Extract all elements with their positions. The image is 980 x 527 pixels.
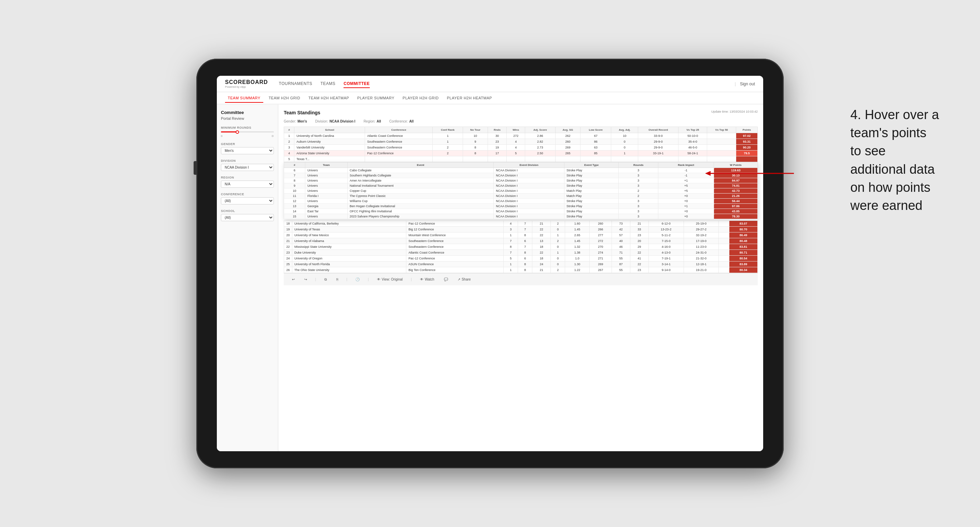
copy-button[interactable]: ⧉: [322, 276, 329, 283]
tt-div-3: NCAA Division I: [494, 178, 565, 183]
toolbar-sep-3: |: [368, 278, 369, 281]
sub-nav-team-h2h-heatmap[interactable]: TEAM H2H HEATMAP: [305, 94, 352, 102]
points-26[interactable]: 80.34: [729, 267, 757, 273]
low-26: 55: [612, 267, 630, 273]
points-18[interactable]: 83.07: [729, 221, 757, 227]
tt-rnds-1: 3: [619, 168, 658, 173]
tt-num-3: 8: [284, 178, 305, 183]
nav-teams[interactable]: TEAMS: [321, 80, 336, 88]
overall-23: 4-13-0: [648, 250, 684, 256]
notour-23: 8: [518, 250, 532, 256]
vs25-25: 12-18-1: [684, 262, 719, 267]
points-21[interactable]: 80.48: [729, 238, 757, 244]
school-5: Texas T...: [294, 156, 365, 162]
avgadj-26: 23: [630, 267, 648, 273]
tt-impact-6: +0: [658, 194, 714, 198]
view-original-button[interactable]: 👁 View: Original: [374, 276, 406, 283]
comment-button[interactable]: 💬: [441, 276, 451, 283]
sidebar-label-division: Division: [221, 159, 274, 162]
redo-button[interactable]: ↪: [302, 276, 310, 283]
tt-type-1: Stroke Play: [564, 168, 618, 173]
vs50-25: [719, 262, 729, 267]
sub-nav-player-summary[interactable]: PLAYER SUMMARY: [355, 94, 397, 102]
filter-division-value: NCAA Division I: [329, 119, 355, 123]
table-row-highlighted: 4 Arizona State University Pac-12 Confer…: [284, 151, 758, 156]
adj-26: 1.22: [565, 267, 589, 273]
watch-icon: 👁: [420, 278, 423, 281]
tt-event-10: 2023 Salvare Players Championship: [347, 214, 493, 219]
avgsg-25: 269: [589, 262, 612, 267]
avgsg-24: 271: [589, 256, 612, 262]
tt-rnds-7: 3: [619, 198, 658, 204]
points-1[interactable]: 97.02: [736, 133, 757, 139]
points-3[interactable]: 90.20: [736, 145, 757, 151]
sidebar-slider-rounds[interactable]: [221, 132, 274, 132]
sub-nav-team-h2h-grid[interactable]: TEAM H2H GRID: [266, 94, 303, 102]
rnds-2: 23: [488, 139, 507, 145]
low-1: 67: [581, 133, 611, 139]
undo-button[interactable]: ↩: [289, 276, 298, 283]
tt-type-9: Stroke Play: [564, 209, 618, 214]
points-24[interactable]: 80.54: [729, 256, 757, 262]
vs25-18: 25-19-0: [684, 221, 719, 227]
points-5[interactable]: [736, 156, 757, 162]
sidebar-select-region[interactable]: N/A East West: [221, 181, 274, 188]
tt-div-10: NCAA Division I: [494, 214, 565, 219]
points-20[interactable]: 86.49: [729, 232, 757, 238]
points-25[interactable]: 83.89: [729, 262, 757, 267]
points-19[interactable]: 80.70: [729, 227, 757, 232]
tt-div-8: NCAA Division I: [494, 204, 565, 209]
sub-nav-player-h2h-grid[interactable]: PLAYER H2H GRID: [400, 94, 442, 102]
points-2[interactable]: 93.31: [736, 139, 757, 145]
tt-event-2: Southern Highlands Collegiate: [347, 173, 493, 178]
wins-2: 4: [507, 139, 525, 145]
sub-nav: TEAM SUMMARY TEAM H2H GRID TEAM H2H HEAT…: [217, 92, 763, 105]
notour-2: 9: [463, 139, 488, 145]
adj-19: 1.45: [565, 227, 589, 232]
slider-handle[interactable]: [235, 130, 239, 134]
confrank-20: 1: [504, 232, 518, 238]
tt-num-7: 12: [284, 198, 305, 204]
watch-button[interactable]: 👁 Watch: [417, 276, 437, 283]
rnds-20: 22: [532, 232, 551, 238]
points-22[interactable]: 83.81: [729, 244, 757, 250]
vs50-5: [707, 156, 736, 162]
sidebar-select-gender[interactable]: Men's Women's: [221, 147, 274, 154]
table-row: 18 University of California, Berkeley Pa…: [284, 221, 758, 227]
tt-event-8: Ben Hogan Collegiate Invitational: [347, 204, 493, 209]
sub-nav-player-h2h-heatmap[interactable]: PLAYER H2H HEATMAP: [444, 94, 495, 102]
rnds-26: 21: [532, 267, 551, 273]
notour-5: [463, 156, 488, 162]
rnds-25: 24: [532, 262, 551, 267]
tooltip-header-row: # Team Event Event Division Event Type R…: [284, 162, 758, 168]
nav-tournaments[interactable]: TOURNAMENTS: [279, 80, 312, 88]
avgsg-21: 272: [589, 238, 612, 244]
clock-button[interactable]: 🕐: [353, 276, 362, 283]
sidebar-label-region: Region: [221, 176, 274, 179]
tooltip-overlay-region: # Team Event Event Division Event Type R…: [284, 162, 758, 219]
tt-rnds-10: 3: [619, 214, 658, 219]
tooltip-row: 11 Florida I The Cypress Point Classic N…: [284, 194, 758, 198]
avgadj-1: 10: [611, 133, 638, 139]
school-26: The Ohio State University: [292, 267, 406, 273]
sub-nav-team-summary[interactable]: TEAM SUMMARY: [225, 94, 263, 103]
school-23: Duke University: [292, 250, 406, 256]
sidebar-select-division[interactable]: NCAA Division I NCAA Division II NCAA Di…: [221, 164, 274, 171]
points-4[interactable]: 79.5: [736, 151, 757, 156]
sidebar-select-conference[interactable]: (All): [221, 197, 274, 205]
tt-type-2: Stroke Play: [564, 173, 618, 178]
tt-div-6: NCAA Division I: [494, 194, 565, 198]
tooltip-row: 6 Univers Cabo Collegiate NCAA Division …: [284, 168, 758, 173]
table-row: 22 Mississippi State University Southeas…: [284, 244, 758, 250]
rank-3: 3: [284, 145, 294, 151]
share-button[interactable]: ↗ Share: [455, 276, 474, 283]
school-20: University of New Mexico: [292, 232, 406, 238]
sign-out-button[interactable]: Sign out: [740, 82, 755, 86]
school-3: Vanderbilt University: [294, 145, 365, 151]
paste-button[interactable]: ⎘: [334, 276, 341, 283]
vs50-22: [719, 244, 729, 250]
points-23[interactable]: 80.71: [729, 250, 757, 256]
vs25-4: 58-24-1: [678, 151, 707, 156]
sidebar-select-school[interactable]: (All): [221, 214, 274, 221]
nav-committee[interactable]: COMMITTEE: [344, 80, 370, 88]
